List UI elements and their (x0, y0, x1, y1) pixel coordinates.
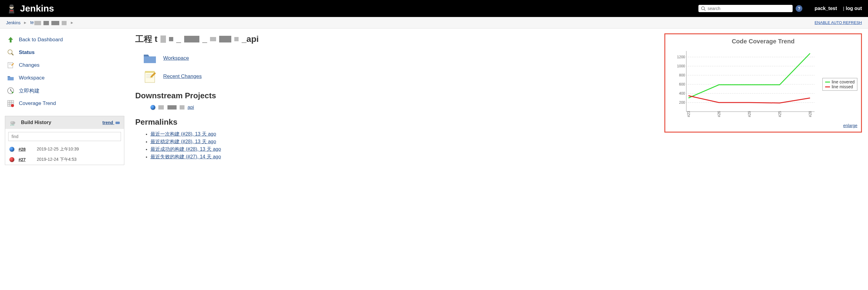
main-content: 工程 t _ _ _api Workspace (129, 29, 868, 170)
search-input[interactable] (708, 6, 790, 11)
breadcrumb-project[interactable]: te (30, 20, 67, 25)
enlarge-link-row: enlarge (669, 123, 857, 128)
build-number-link[interactable]: #28 (19, 147, 37, 152)
coverage-chart-box: Code Coverage Trend 200 400 600 (664, 33, 862, 133)
svg-text:#26: #26 (717, 111, 721, 117)
folder-icon (143, 51, 157, 66)
user-link[interactable]: pack_test (814, 6, 837, 11)
workspace-link[interactable]: Workspace (163, 55, 189, 61)
folder-icon (7, 74, 14, 82)
svg-text:600: 600 (679, 82, 685, 86)
build-history-header: Build History trend (5, 116, 124, 129)
sidebar-item-label: 立即构建 (19, 87, 39, 94)
legend-covered: line covered (825, 79, 855, 84)
build-time: 2019-12-24 下午4:53 (37, 157, 76, 162)
sidebar-item-label: Changes (19, 62, 39, 68)
build-history-title: Build History (21, 120, 102, 125)
permalinks-list: 最近一次构建 (#28), 13 天 ago 最近稳定构建 (#28), 13 … (150, 131, 658, 160)
logo-area[interactable]: Jenkins (6, 3, 54, 14)
sidebar-item-coverage[interactable]: Coverage Trend (5, 97, 124, 110)
arrow-up-icon (7, 36, 14, 44)
legend-swatch-green-icon (825, 82, 830, 82)
jenkins-logo-icon (6, 3, 17, 14)
project-title: 工程 t _ _ _api (135, 33, 658, 45)
svg-text:#29: #29 (747, 111, 752, 117)
edit-page-icon (7, 61, 14, 69)
svg-text:800: 800 (679, 73, 685, 77)
permalink-item[interactable]: 最近一次构建 (#28), 13 天 ago (150, 131, 216, 137)
sidebar: Back to Dashboard Status Changes Workspa… (0, 29, 129, 170)
svg-line-6 (11, 53, 13, 55)
legend-missed: line missed (825, 84, 855, 89)
svg-text:#23: #23 (687, 111, 691, 117)
svg-line-22 (12, 124, 12, 125)
downstream-title: Downstream Projects (135, 91, 658, 100)
sidebar-item-build-now[interactable]: 立即构建 (5, 84, 124, 97)
status-ball-blue-icon (9, 147, 14, 152)
svg-line-4 (704, 9, 705, 11)
magnifier-icon (7, 48, 14, 57)
svg-point-20 (10, 121, 13, 123)
svg-text:#28: #28 (808, 111, 812, 117)
line-missed (688, 96, 810, 103)
sidebar-item-changes[interactable]: Changes (5, 59, 124, 72)
svg-line-21 (11, 124, 11, 125)
enlarge-link[interactable]: enlarge (843, 123, 857, 128)
jenkins-title: Jenkins (20, 3, 54, 14)
build-history-panel: Build History trend #28 2019-12-25 上午10:… (5, 116, 124, 165)
notepad-icon (143, 69, 157, 84)
sidebar-item-label: Back to Dashboard (19, 37, 63, 43)
logout-link[interactable]: log out (846, 6, 862, 11)
svg-rect-25 (145, 71, 155, 73)
workspace-link-row: Workspace (143, 51, 658, 66)
sidebar-item-label: Coverage Trend (19, 100, 56, 106)
svg-text:1000: 1000 (677, 64, 685, 68)
permalinks-title: Permalinks (135, 117, 658, 127)
sidebar-item-label: Status (19, 49, 35, 56)
build-number-link[interactable]: #27 (19, 157, 37, 162)
build-history-trend-link[interactable]: trend (102, 120, 120, 125)
breadcrumb-root[interactable]: Jenkins (6, 20, 20, 25)
downstream-project-row[interactable]: api (150, 105, 658, 110)
legend-swatch-red-icon (825, 86, 830, 87)
search-icon (701, 6, 706, 11)
sidebar-item-dashboard[interactable]: Back to Dashboard (5, 33, 124, 46)
svg-rect-2 (10, 5, 13, 6)
auto-refresh-link[interactable]: ENABLE AUTO REFRESH (814, 20, 862, 25)
recent-changes-link[interactable]: Recent Changes (163, 73, 202, 79)
permalink-item[interactable]: 最近成功的构建 (#28), 13 天 ago (150, 147, 221, 152)
chart-plot-area: 200 400 600 800 1000 1200 #23 #26 (669, 48, 820, 121)
chart-title: Code Coverage Trend (669, 38, 857, 45)
build-filter-input[interactable] (8, 132, 121, 141)
recent-changes-link-row: Recent Changes (143, 69, 658, 84)
svg-text:#25: #25 (778, 111, 782, 117)
breadcrumb-bar: Jenkins ▶ te ▶ ENABLE AUTO REFRESH (0, 17, 868, 29)
permalink-item[interactable]: 最近稳定构建 (#28), 13 天 ago (150, 139, 216, 144)
collapse-icon (116, 122, 120, 124)
permalink-item[interactable]: 最近失败的构建 (#27), 14 天 ago (150, 154, 221, 159)
svg-point-18 (11, 104, 14, 107)
svg-text:400: 400 (679, 91, 685, 96)
svg-point-3 (702, 7, 705, 10)
search-box[interactable] (699, 5, 793, 12)
sidebar-item-label: Workspace (19, 75, 45, 81)
grid-icon (7, 100, 14, 107)
weather-icon (9, 119, 16, 126)
status-ball-blue-icon (150, 105, 155, 110)
chevron-right-icon: ▶ (71, 21, 73, 24)
line-covered (688, 53, 810, 98)
help-icon[interactable]: ? (796, 5, 802, 12)
svg-text:1200: 1200 (677, 55, 685, 59)
status-ball-red-icon (9, 157, 14, 162)
sidebar-item-workspace[interactable]: Workspace (5, 72, 124, 84)
build-row[interactable]: #27 2019-12-24 下午4:53 (5, 154, 124, 165)
build-row[interactable]: #28 2019-12-25 上午10:39 (5, 144, 124, 154)
svg-text:200: 200 (679, 100, 685, 105)
sidebar-item-status[interactable]: Status (5, 46, 124, 59)
top-header: Jenkins ? pack_test | log out (0, 0, 868, 17)
build-time: 2019-12-25 上午10:39 (37, 147, 79, 152)
svg-point-5 (8, 50, 12, 54)
coverage-chart-svg: 200 400 600 800 1000 1200 #23 #26 (669, 48, 820, 121)
chevron-right-icon: ▶ (24, 21, 26, 24)
build-filter (8, 132, 121, 141)
